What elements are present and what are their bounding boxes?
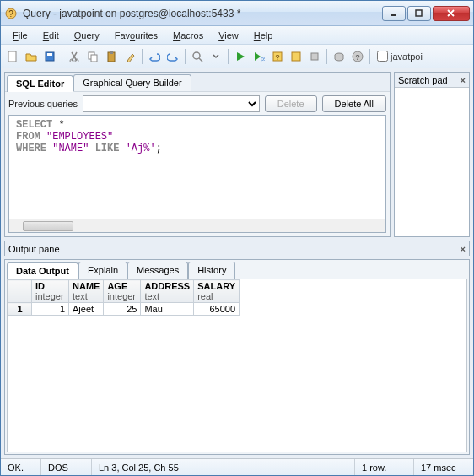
cell[interactable]: Mau bbox=[141, 303, 194, 316]
cut-icon[interactable] bbox=[66, 48, 83, 65]
previous-queries-bar: Previous queries Delete Delete All bbox=[5, 91, 390, 115]
execute-pgscript-icon[interactable]: ps bbox=[250, 48, 267, 65]
status-time: 17 msec bbox=[414, 459, 473, 475]
svg-rect-3 bbox=[416, 10, 422, 16]
menu-file[interactable]: File bbox=[6, 29, 35, 42]
tab-explain[interactable]: Explain bbox=[78, 262, 127, 279]
status-position: Ln 3, Col 25, Ch 55 bbox=[92, 459, 355, 475]
find-icon[interactable] bbox=[189, 48, 206, 65]
svg-line-16 bbox=[199, 58, 202, 62]
maximize-button[interactable] bbox=[407, 6, 431, 21]
scratch-pad-title: Scratch pad bbox=[398, 75, 448, 85]
execute-icon[interactable] bbox=[232, 48, 249, 65]
svg-rect-21 bbox=[311, 53, 318, 60]
cell[interactable]: 1 bbox=[32, 303, 69, 316]
connection-icon[interactable] bbox=[331, 48, 347, 65]
svg-text:?: ? bbox=[355, 53, 359, 62]
chevron-down-icon[interactable] bbox=[207, 48, 224, 65]
editor-hscrollbar[interactable] bbox=[9, 219, 385, 232]
menu-macros[interactable]: Macros bbox=[166, 29, 210, 42]
titlebar: ? Query - javatpoint on postgres@localho… bbox=[1, 1, 473, 26]
help-icon[interactable]: ? bbox=[349, 48, 366, 65]
svg-rect-12 bbox=[91, 55, 97, 62]
editor-pane: SQL Editor Graphical Query Builder Previ… bbox=[4, 72, 391, 237]
new-icon[interactable] bbox=[4, 48, 21, 65]
column-header[interactable]: IDinteger bbox=[32, 280, 69, 303]
svg-text:?: ? bbox=[8, 9, 13, 19]
tab-data-output[interactable]: Data Output bbox=[7, 262, 78, 279]
delete-all-button[interactable]: Delete All bbox=[322, 95, 386, 112]
svg-text:ps: ps bbox=[261, 56, 265, 62]
table-row[interactable]: 11Ajeet25Mau65000 bbox=[8, 303, 240, 316]
scratch-pad-area[interactable] bbox=[395, 88, 469, 236]
menu-favourites[interactable]: Favourites bbox=[108, 29, 164, 42]
sql-editor[interactable]: SELECT * FROM "EMPLOYEES" WHERE "NAME" L… bbox=[9, 116, 385, 219]
svg-point-15 bbox=[193, 52, 200, 59]
minimize-button[interactable] bbox=[382, 6, 406, 21]
menu-edit[interactable]: Edit bbox=[36, 29, 66, 42]
results-grid[interactable]: IDintegerNAMEtextAGEintegerADDRESStextSA… bbox=[7, 279, 467, 452]
menu-help[interactable]: Help bbox=[247, 29, 280, 42]
tab-messages[interactable]: Messages bbox=[127, 262, 188, 279]
redo-icon[interactable] bbox=[164, 48, 181, 65]
clear-icon[interactable] bbox=[121, 48, 138, 65]
undo-icon[interactable] bbox=[146, 48, 163, 65]
output-pane-header: Output pane × bbox=[4, 241, 470, 256]
tab-graphical-query-builder[interactable]: Graphical Query Builder bbox=[73, 74, 191, 91]
explain-analyze-icon[interactable] bbox=[288, 48, 304, 65]
tab-sql-editor[interactable]: SQL Editor bbox=[7, 75, 73, 92]
db-checkbox[interactable] bbox=[377, 51, 388, 62]
status-ok: OK. bbox=[1, 459, 41, 475]
svg-text:?: ? bbox=[275, 53, 279, 62]
menu-view[interactable]: View bbox=[212, 29, 245, 42]
open-icon[interactable] bbox=[23, 48, 40, 65]
column-header[interactable]: ADDRESStext bbox=[141, 280, 194, 303]
paste-icon[interactable] bbox=[103, 48, 120, 65]
menubar: File Edit Query Favourites Macros View H… bbox=[1, 26, 473, 45]
statusbar: OK. DOS Ln 3, Col 25, Ch 55 1 row. 17 ms… bbox=[1, 458, 473, 475]
output-close-icon[interactable]: × bbox=[461, 244, 466, 254]
row-number: 1 bbox=[8, 303, 32, 316]
scratch-close-icon[interactable]: × bbox=[461, 75, 466, 85]
delete-button[interactable]: Delete bbox=[265, 95, 317, 112]
column-header[interactable]: NAMEtext bbox=[69, 280, 104, 303]
scratch-pad: Scratch pad × bbox=[394, 72, 470, 237]
status-rows: 1 row. bbox=[355, 459, 414, 475]
close-button[interactable] bbox=[433, 6, 470, 21]
tab-history[interactable]: History bbox=[188, 262, 235, 279]
svg-rect-14 bbox=[110, 51, 113, 54]
status-encoding: DOS bbox=[41, 459, 92, 475]
cell[interactable]: 65000 bbox=[194, 303, 240, 316]
app-icon: ? bbox=[4, 7, 18, 20]
previous-queries-label: Previous queries bbox=[8, 99, 78, 109]
row-header-corner bbox=[8, 280, 32, 303]
svg-rect-6 bbox=[8, 51, 16, 62]
toolbar: ps ? ? javatpoi bbox=[1, 45, 473, 68]
copy-icon[interactable] bbox=[84, 48, 101, 65]
menu-query[interactable]: Query bbox=[67, 29, 106, 42]
db-selector[interactable]: javatpoi bbox=[377, 51, 423, 62]
explain-icon[interactable]: ? bbox=[269, 48, 286, 65]
column-header[interactable]: AGEinteger bbox=[104, 280, 141, 303]
window-title: Query - javatpoint on postgres@localhost… bbox=[23, 8, 382, 19]
cell[interactable]: 25 bbox=[104, 303, 141, 316]
svg-rect-8 bbox=[47, 53, 52, 56]
save-icon[interactable] bbox=[41, 48, 58, 65]
output-pane: Data Output Explain Messages History IDi… bbox=[4, 259, 470, 455]
cell[interactable]: Ajeet bbox=[69, 303, 104, 316]
previous-queries-select[interactable] bbox=[83, 95, 260, 112]
svg-rect-20 bbox=[292, 52, 300, 61]
column-header[interactable]: SALARYreal bbox=[194, 280, 240, 303]
cancel-icon[interactable] bbox=[306, 48, 323, 65]
